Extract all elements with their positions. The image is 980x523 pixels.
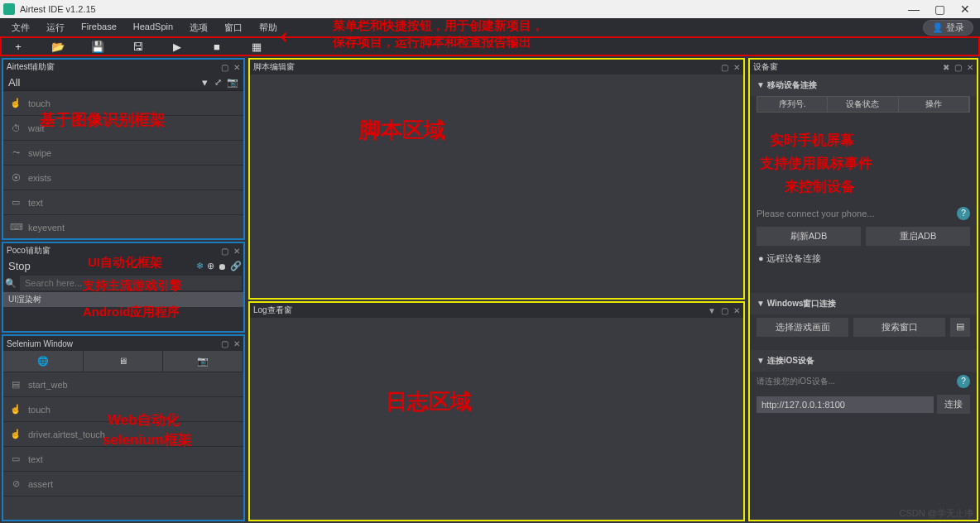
menubar: 文件 运行 Firebase HeadSpin 选项 窗口 帮助 [0,19,286,36]
refresh-adb-button[interactable]: 刷新ADB [757,227,861,246]
locate-icon[interactable]: ⊕ [207,261,214,271]
menu-headspin[interactable]: HeadSpin [125,19,181,36]
search-window-button[interactable]: 搜索窗口 [853,318,945,337]
selenium-web-icon[interactable]: 🌐 [3,351,84,372]
stop-icon[interactable]: ■ [207,41,227,53]
ios-section-header[interactable]: ▼ 连接iOS设备 [750,350,977,372]
swipe-icon: ⤳ [10,147,22,158]
search-icon: 🔍 [5,278,17,289]
close-button[interactable]: ✕ [960,2,970,16]
airtest-item-swipe[interactable]: ⤳swipe [3,141,243,166]
poco-title: Poco辅助窗 [7,245,50,257]
device-title: 设备窗 [753,61,778,73]
expand-icon[interactable]: ⤢ [214,77,222,88]
attach-icon[interactable]: 🔗 [230,261,242,271]
freeze-icon[interactable]: ❄ [196,261,204,271]
menubar-strip: 文件 运行 Firebase HeadSpin 选项 窗口 帮助 👤 登录 [0,18,980,36]
script-editor[interactable] [250,74,743,298]
save-icon[interactable]: 💾 [88,41,108,53]
selenium-item-touch[interactable]: ☝touch [3,397,243,422]
log-title: Log查看窗 [253,305,292,316]
selenium-capture-icon[interactable]: 📷 [163,351,243,372]
ios-connect-button[interactable]: 连接 [937,395,970,414]
ios-ip-input[interactable] [757,396,934,413]
wait-icon: ⏱ [10,123,22,133]
panel-close-icon[interactable]: ✕ [967,63,973,72]
menu-run[interactable]: 运行 [38,19,73,36]
airtest-item-text[interactable]: ▭text [3,190,243,215]
poco-tree-label: UI渲染树 [3,292,243,307]
panel-restore-icon[interactable]: ▢ [721,63,728,72]
log-panel: Log查看窗 ▼▢✕ [248,301,745,521]
menu-firebase[interactable]: Firebase [73,19,125,36]
filter-icon[interactable]: ▼ [708,306,716,315]
assert-icon: ⊘ [10,478,22,489]
run-icon[interactable]: ▶ [167,41,187,53]
script-panel: 脚本编辑窗 ▢✕ [248,58,745,300]
poco-mode[interactable]: Stop [5,260,34,272]
help-icon[interactable]: ? [957,207,970,220]
panel-close-icon[interactable]: ✕ [733,306,740,315]
menu-window[interactable]: 窗口 [216,19,251,36]
device-panel: 设备窗 ✖▢✕ ▼ 移动设备连接 序列号. 设备状态 操作 Please con… [748,58,978,521]
restart-adb-button[interactable]: 重启ADB [866,227,970,246]
device-table-header: 序列号. 设备状态 操作 [757,96,970,113]
panel-close-icon[interactable]: ✕ [233,339,240,348]
touch-icon: ☝ [10,429,22,439]
windows-section-header[interactable]: ▼ Windows窗口连接 [750,293,977,314]
ios-msg: 请连接您的iOS设备... [757,376,954,387]
selenium-title: Selenium Window [7,339,73,348]
selenium-item-assert[interactable]: ⊘assert [3,472,243,497]
panel-restore-icon[interactable]: ▢ [221,339,228,348]
poco-search-input[interactable] [20,276,242,290]
minimize-button[interactable]: — [908,2,920,16]
panel-restore-icon[interactable]: ▢ [221,63,228,72]
report-icon[interactable]: ▦ [247,41,267,53]
saveas-icon[interactable]: 🖫 [127,41,147,53]
connect-msg: Please connect your phone... [757,209,954,218]
panel-close-icon[interactable]: ✕ [233,247,240,256]
new-icon[interactable]: + [8,41,28,53]
panel-restore-icon[interactable]: ▢ [721,306,728,315]
panel-restore-icon[interactable]: ▢ [954,63,962,72]
exists-icon: ⦿ [10,173,22,183]
window-title: Airtest IDE v1.2.15 [20,4,96,14]
keyevent-icon: ⌨ [10,222,22,233]
selenium-item-airtesttouch[interactable]: ☝driver.airtest_touch [3,422,243,447]
app-logo-icon [3,3,15,15]
touch-icon: ☝ [10,98,22,108]
login-button[interactable]: 👤 登录 [923,20,973,36]
airtest-item-wait[interactable]: ⏱wait [3,116,243,141]
airtest-title: Airtest辅助窗 [7,61,55,73]
selenium-item-startweb[interactable]: ▤start_web [3,372,243,397]
airtest-dropdown[interactable]: All▾ ⤢📷 [3,74,243,91]
open-icon[interactable]: 📂 [48,41,68,53]
poco-panel: Poco辅助窗 ▢✕ Stop ❄ ⊕ ⏺ 🔗 🔍 UI渲染树 [2,242,245,333]
mobile-section-header[interactable]: ▼ 移动设备连接 [750,74,977,96]
selenium-screen-icon[interactable]: 🖥 [84,351,164,372]
selenium-panel: Selenium Window ▢✕ 🌐 🖥 📷 ▤start_web ☝tou… [2,334,245,521]
menu-file[interactable]: 文件 [3,19,38,36]
record-icon[interactable]: ⏺ [218,262,227,271]
selenium-item-text[interactable]: ▭text [3,447,243,472]
airtest-item-exists[interactable]: ⦿exists [3,166,243,190]
select-game-button[interactable]: 选择游戏画面 [757,318,848,337]
startweb-icon: ▤ [10,379,22,390]
airtest-item-touch[interactable]: ☝touch [3,91,243,116]
remote-connect-label[interactable]: ● 远程设备连接 [750,249,977,268]
help-icon[interactable]: ? [957,375,970,388]
airtest-panel: Airtest辅助窗 ▢✕ All▾ ⤢📷 ☝touch ⏱wait ⤳swip… [2,58,245,240]
log-viewer[interactable] [250,318,743,520]
script-title: 脚本编辑窗 [253,61,295,73]
panel-close-icon[interactable]: ✕ [733,63,740,72]
maximize-button[interactable]: ▢ [934,2,945,16]
tools-icon[interactable]: ✖ [943,63,949,72]
window-more-icon[interactable]: ▤ [950,318,970,337]
menu-help[interactable]: 帮助 [251,19,286,36]
text-icon: ▭ [10,197,22,208]
menu-options[interactable]: 选项 [181,19,216,36]
panel-close-icon[interactable]: ✕ [233,63,240,72]
airtest-item-keyevent[interactable]: ⌨keyevent [3,215,243,238]
panel-restore-icon[interactable]: ▢ [221,247,228,256]
camera-icon[interactable]: 📷 [227,77,238,88]
